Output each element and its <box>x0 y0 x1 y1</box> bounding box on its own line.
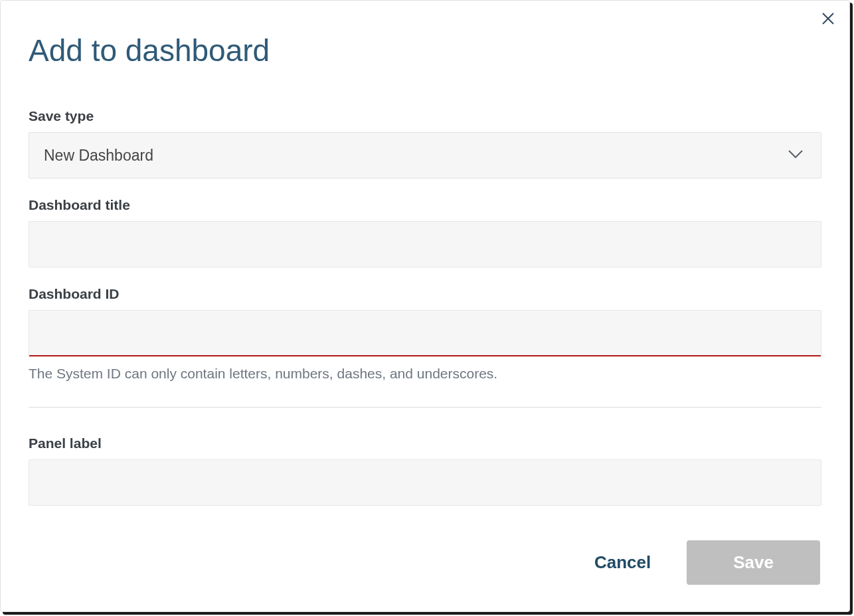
dashboard-id-field: Dashboard ID The System ID can only cont… <box>29 286 821 382</box>
add-to-dashboard-modal: Add to dashboard Save type New Dashboard… <box>0 0 850 612</box>
cancel-button[interactable]: Cancel <box>588 540 657 585</box>
dashboard-title-label: Dashboard title <box>29 197 821 213</box>
section-divider <box>29 407 821 408</box>
chevron-down-icon <box>788 149 804 161</box>
dashboard-id-label: Dashboard ID <box>29 286 821 302</box>
close-button[interactable] <box>819 10 837 29</box>
modal-title: Add to dashboard <box>29 33 821 68</box>
save-type-select[interactable]: New Dashboard <box>29 132 821 179</box>
save-type-value: New Dashboard <box>44 147 153 165</box>
dashboard-id-help: The System ID can only contain letters, … <box>29 366 821 382</box>
modal-footer: Cancel Save <box>588 540 820 585</box>
panel-label-field: Panel label <box>29 435 821 506</box>
panel-label-input[interactable] <box>29 459 821 506</box>
dashboard-title-field: Dashboard title <box>29 197 821 268</box>
save-type-field: Save type New Dashboard <box>29 108 821 179</box>
close-icon <box>821 12 835 27</box>
dashboard-id-input[interactable] <box>29 310 821 356</box>
panel-label-label: Panel label <box>29 435 821 451</box>
save-type-label: Save type <box>29 108 821 124</box>
save-button[interactable]: Save <box>687 540 820 585</box>
dashboard-title-input[interactable] <box>29 221 821 268</box>
